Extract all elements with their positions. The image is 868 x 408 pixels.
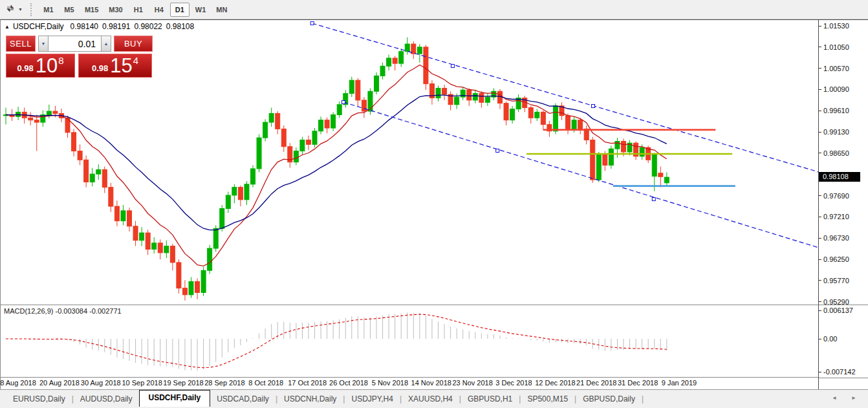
candle-body: [615, 142, 620, 149]
timeframe-button-m15[interactable]: M15: [80, 3, 103, 17]
candle-body: [387, 58, 391, 66]
candle-body: [337, 105, 342, 115]
timeframe-toolbar: ▼ M1M5M15M30H1H4D1W1MN: [0, 0, 868, 19]
timeframe-button-m5[interactable]: M5: [60, 3, 79, 17]
buy-button[interactable]: BUY: [114, 36, 153, 52]
candle-body: [281, 129, 286, 146]
timeframe-button-m30[interactable]: M30: [104, 3, 127, 17]
timeframe-buttons: M1M5M15M30H1H4D1W1MN: [38, 3, 232, 17]
chart-tab-gbpusd[interactable]: GBPUSD,H1: [461, 392, 519, 406]
candle-body: [109, 188, 113, 206]
candle-body: [652, 155, 656, 177]
candle-body: [269, 113, 274, 122]
chart-tab-usdcad[interactable]: USDCAD,Daily: [210, 392, 276, 406]
timeframe-button-mn[interactable]: MN: [212, 3, 232, 17]
candle-body: [72, 133, 76, 151]
candle-body: [362, 100, 366, 111]
chart-tab-sp500[interactable]: SP500,M15: [521, 392, 574, 406]
candle-body: [232, 188, 237, 195]
candle-body: [47, 111, 51, 114]
timeframe-button-m1[interactable]: M1: [39, 3, 58, 17]
macd-values: -0.003084 -0.002771: [55, 307, 121, 315]
candle-body: [578, 120, 583, 129]
tab-scroll-left-icon[interactable]: ◄: [832, 395, 843, 401]
candle-body: [90, 174, 94, 182]
candle-body: [473, 94, 477, 100]
ask-price-pips: 15: [110, 56, 132, 75]
current-price-tag: 0.98108: [819, 172, 860, 182]
trendline-channel-upper[interactable]: [312, 23, 818, 172]
candle-body: [294, 151, 298, 162]
candle-body: [349, 80, 354, 94]
candle-body: [146, 233, 150, 249]
chart-tab-xauusd[interactable]: XAUUSD,H4: [402, 392, 459, 406]
candle-body: [96, 169, 101, 174]
candle-body: [84, 160, 89, 182]
trendline-handle[interactable]: [496, 149, 499, 153]
chart-tab-gbpusd[interactable]: GBPUSD,Daily: [576, 392, 642, 406]
chart-tab-usdjpy[interactable]: USDJPY,H4: [345, 392, 399, 406]
candle-body: [405, 44, 409, 52]
timeframe-button-d1[interactable]: D1: [170, 3, 190, 17]
candle-body: [257, 138, 261, 169]
volume-increase-button[interactable]: ▲: [101, 36, 111, 52]
price-axis-label: 0.95290: [819, 297, 849, 306]
date-axis-label: 9 Jan 2019: [653, 379, 705, 387]
candle-body: [442, 88, 447, 94]
buy-price-button[interactable]: 0.98 15 4: [78, 54, 152, 78]
price-axis-label: 0.95770: [819, 276, 849, 285]
candle-body: [504, 103, 508, 120]
timeframe-button-w1[interactable]: W1: [191, 3, 211, 17]
ask-price-point: 4: [133, 55, 138, 66]
sell-price-button[interactable]: 0.98 10 8: [6, 54, 75, 78]
macd-indicator-label: MACD(12,26,9) -0.003084 -0.002771: [4, 307, 122, 315]
trendline-handle[interactable]: [310, 22, 314, 25]
price-axis-label: 0.99130: [819, 127, 849, 136]
candle-body: [417, 47, 422, 54]
ohlc-close: 0.98108: [166, 22, 194, 31]
candle-body: [164, 246, 169, 253]
candle-body: [541, 112, 545, 124]
volume-input[interactable]: 0.01: [49, 36, 101, 52]
macd-axis-label: 0.00: [819, 334, 837, 343]
candle-body: [114, 206, 119, 221]
chart-tab-usdcnh[interactable]: USDCNH,Daily: [277, 392, 343, 406]
candle-body: [658, 173, 663, 177]
candle-body: [325, 120, 329, 128]
candle-body: [251, 169, 255, 184]
candle-body: [195, 281, 200, 292]
chart-tab-usdchf[interactable]: USDCHF,Daily: [139, 390, 211, 407]
trendline-handle[interactable]: [451, 65, 454, 68]
spinner-down-icon: ▼: [41, 41, 46, 46]
chart-tab-audusd[interactable]: AUDUSD,Daily: [74, 392, 139, 406]
candle-body: [467, 90, 472, 100]
chart-tab-eurusd[interactable]: EURUSD,Daily: [6, 392, 72, 406]
tab-scroll-arrows: ◄ ►: [832, 395, 863, 401]
timeframe-button-h1[interactable]: H1: [129, 3, 148, 17]
trendline-handle[interactable]: [342, 100, 345, 103]
candle-body: [393, 58, 397, 63]
price-axis-label: 0.97210: [819, 212, 849, 221]
tab-scroll-right-icon[interactable]: ►: [851, 395, 863, 401]
trendline-handle[interactable]: [592, 105, 595, 108]
candle-body: [424, 47, 428, 84]
dropdown-caret-icon: ▼: [18, 7, 23, 12]
timeframe-button-h4[interactable]: H4: [149, 3, 169, 17]
sell-button[interactable]: SELL: [6, 36, 36, 52]
volume-decrease-button[interactable]: ▼: [38, 36, 49, 52]
candle-body: [213, 228, 218, 248]
price-axis-label: 1.00090: [819, 85, 849, 94]
trendline-handle[interactable]: [652, 197, 655, 200]
candle-body: [78, 151, 82, 160]
charts-toolbar-button[interactable]: ▼: [0, 0, 27, 19]
bid-price-pips: 10: [36, 56, 58, 75]
candle-body: [133, 226, 138, 241]
candle-body: [152, 243, 157, 250]
candle-body: [182, 288, 187, 295]
chart-tab-bar: EURUSD,Daily|AUDUSD,DailyUSDCHF,DailyUSD…: [0, 389, 868, 408]
toolbar-grip: [30, 3, 33, 16]
price-axis-label: 0.96250: [819, 255, 849, 264]
collapse-panel-icon[interactable]: ▲: [5, 24, 10, 30]
mt4-terminal: ▼ M1M5M15M30H1H4D1W1MN ▲ USDCHF,Daily 0.…: [0, 0, 868, 408]
macd-name: MACD(12,26,9): [4, 307, 53, 315]
